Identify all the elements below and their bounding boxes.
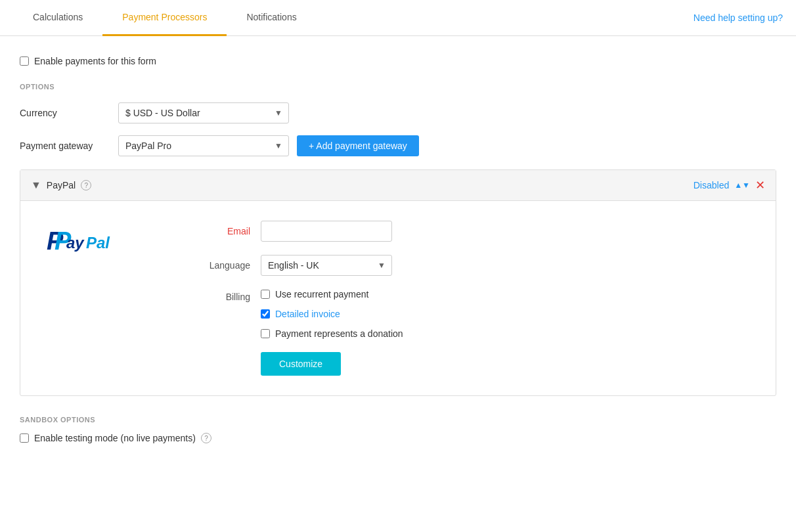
recurrent-payment-label[interactable]: Use recurrent payment <box>275 289 368 299</box>
payment-donation-row: Payment represents a donation <box>261 328 403 339</box>
options-section-label: OPTIONS <box>20 83 776 91</box>
billing-options: Use recurrent payment Detailed invoice P… <box>261 289 403 376</box>
tab-payment-processors[interactable]: Payment Processors <box>102 0 227 36</box>
payment-gateway-row: Payment gateway PayPal Pro Stripe Author… <box>20 135 776 156</box>
tab-calculations[interactable]: Calculations <box>13 0 102 36</box>
email-input[interactable] <box>261 221 392 242</box>
paypal-header-right: Disabled ▲▼ ✕ <box>694 178 765 192</box>
email-row: Email <box>191 221 749 242</box>
currency-select[interactable]: $ USD - US Dollar € EUR - Euro £ GBP - B… <box>118 102 289 123</box>
paypal-header-left: ▼ PayPal ? <box>31 179 91 191</box>
help-link[interactable]: Need help setting up? <box>694 1 783 35</box>
detailed-invoice-label[interactable]: Detailed invoice <box>275 309 340 319</box>
payment-gateway-label: Payment gateway <box>20 141 118 151</box>
paypal-panel-body: P P ay Pal Email <box>20 201 776 395</box>
language-label: Language <box>191 260 250 271</box>
billing-row: Billing Use recurrent payment Detailed i… <box>191 289 749 376</box>
sandbox-help-icon[interactable]: ? <box>201 433 211 443</box>
paypal-logo-svg: P P ay Pal <box>47 227 139 254</box>
paypal-collapse-button[interactable]: ▼ <box>31 179 41 191</box>
sandbox-checkbox[interactable] <box>20 433 29 443</box>
enable-payments-checkbox[interactable] <box>20 56 29 66</box>
sandbox-section-label: SANDBOX OPTIONS <box>20 416 776 424</box>
language-row: Language English - UK English - US Frenc… <box>191 255 749 276</box>
paypal-logo: P P ay Pal <box>47 227 139 254</box>
customize-button[interactable]: Customize <box>261 352 341 376</box>
gateway-select[interactable]: PayPal Pro Stripe Authorize.Net <box>118 135 289 156</box>
paypal-logo-area: P P ay Pal <box>47 221 165 376</box>
email-label: Email <box>191 226 250 236</box>
payment-donation-checkbox[interactable] <box>261 329 270 338</box>
currency-row: Currency $ USD - US Dollar € EUR - Euro … <box>20 102 776 123</box>
sandbox-section: SANDBOX OPTIONS Enable testing mode (no … <box>20 416 776 443</box>
currency-label: Currency <box>20 108 118 118</box>
recurrent-payment-checkbox[interactable] <box>261 290 270 299</box>
tab-bar: Calculations Payment Processors Notifica… <box>0 0 796 36</box>
sandbox-label[interactable]: Enable testing mode (no live payments) <box>34 433 196 443</box>
add-payment-gateway-button[interactable]: + Add payment gateway <box>297 135 419 156</box>
main-content: Enable payments for this form OPTIONS Cu… <box>0 36 796 463</box>
sandbox-row: Enable testing mode (no live payments) ? <box>20 433 776 443</box>
recurrent-payment-row: Use recurrent payment <box>261 289 403 299</box>
paypal-status-arrow: ▲▼ <box>734 181 750 190</box>
language-select[interactable]: English - UK English - US French German … <box>261 255 392 276</box>
paypal-status-label[interactable]: Disabled <box>694 180 729 190</box>
paypal-help-icon[interactable]: ? <box>81 180 91 190</box>
customize-button-wrapper: Customize <box>261 352 403 376</box>
payment-donation-label[interactable]: Payment represents a donation <box>275 328 403 339</box>
paypal-panel: ▼ PayPal ? Disabled ▲▼ ✕ <box>20 169 776 396</box>
billing-label: Billing <box>191 289 250 302</box>
collapse-icon: ▼ <box>31 179 41 191</box>
enable-payments-label[interactable]: Enable payments for this form <box>34 56 156 66</box>
detailed-invoice-row: Detailed invoice <box>261 309 403 319</box>
detailed-invoice-checkbox[interactable] <box>261 309 270 319</box>
svg-text:Pal: Pal <box>86 234 110 252</box>
paypal-panel-header: ▼ PayPal ? Disabled ▲▼ ✕ <box>20 170 776 201</box>
paypal-delete-button[interactable]: ✕ <box>755 178 765 192</box>
tab-notifications[interactable]: Notifications <box>227 0 316 36</box>
language-select-wrapper: English - UK English - US French German … <box>261 255 392 276</box>
paypal-panel-title: PayPal <box>47 180 76 190</box>
svg-text:ay: ay <box>66 234 85 252</box>
gateway-select-wrapper: PayPal Pro Stripe Authorize.Net ▼ <box>118 135 289 156</box>
currency-select-wrapper: $ USD - US Dollar € EUR - Euro £ GBP - B… <box>118 102 289 123</box>
paypal-form: Email Language English - UK English - US… <box>191 221 749 376</box>
enable-payments-row: Enable payments for this form <box>20 56 776 66</box>
